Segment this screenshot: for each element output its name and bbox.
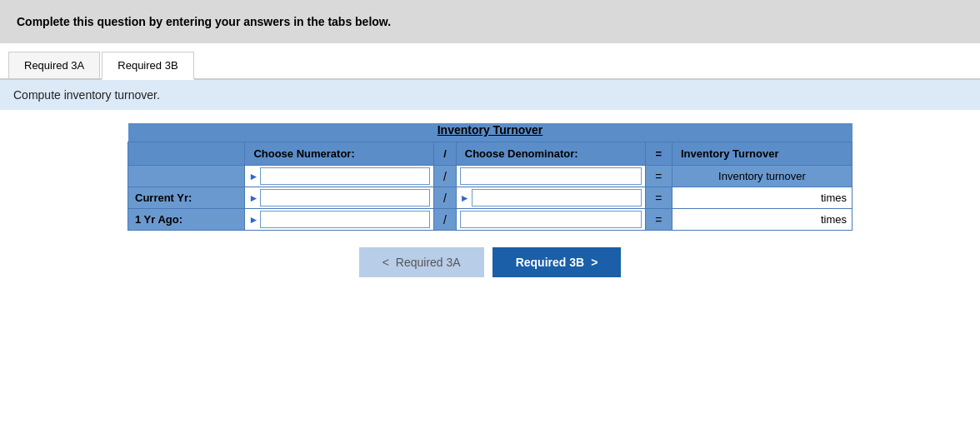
row-2-label: 1 Yr Ago: <box>128 209 245 231</box>
section-header: Compute inventory turnover. <box>0 80 980 110</box>
row-1-denominator-input[interactable] <box>472 189 642 207</box>
col-result-header: Inventory Turnover <box>672 142 852 166</box>
row-1-numerator-cell: ► <box>245 187 434 209</box>
next-button[interactable]: Required 3B > <box>492 247 622 277</box>
row-2-result: times <box>672 209 852 231</box>
row-2-numerator-cell: ► <box>245 209 434 231</box>
row-0-numerator-input[interactable] <box>260 167 430 185</box>
next-chevron-icon: > <box>591 256 598 269</box>
next-button-label: Required 3B <box>516 256 584 269</box>
row-2-equals: = <box>645 209 672 231</box>
row-0-numerator-cell: ► <box>245 166 434 187</box>
row-1-label: Current Yr: <box>128 187 245 209</box>
tabs-container: Required 3A Required 3B <box>0 43 980 80</box>
row-1-numerator-input[interactable] <box>260 189 430 207</box>
col-numerator-header: Choose Numerator: <box>245 142 434 166</box>
table-row: 1 Yr Ago: ► / = times <box>128 209 852 231</box>
row-0-denominator-cell <box>456 166 645 187</box>
row-2-denominator-input[interactable] <box>460 211 642 228</box>
row-2-denominator-cell <box>456 209 645 231</box>
inventory-turnover-table: Inventory Turnover Choose Numerator: / C… <box>128 123 852 231</box>
row-2-numerator-arrow: ► <box>248 214 258 226</box>
row-1-slash: / <box>434 187 457 209</box>
prev-button-label: Required 3A <box>396 256 461 269</box>
row-1-denominator-cell: ► <box>456 187 645 209</box>
instruction-bar: Complete this question by entering your … <box>0 0 980 43</box>
table-container: Inventory Turnover Choose Numerator: / C… <box>0 110 980 304</box>
row-1-equals: = <box>645 187 672 209</box>
col-equals-header: = <box>645 142 672 166</box>
row-0-result: Inventory turnover <box>672 166 852 187</box>
tab-required-3a[interactable]: Required 3A <box>8 52 100 78</box>
table-row: ► / = Inventory turnover <box>128 166 852 187</box>
table-title: Inventory Turnover <box>128 123 852 142</box>
row-2-numerator-input[interactable] <box>260 211 430 228</box>
prev-chevron-icon: < <box>382 256 389 269</box>
row-0-numerator-arrow: ► <box>248 171 258 182</box>
row-0-slash: / <box>434 166 457 187</box>
footer-buttons: < Required 3A Required 3B > <box>13 234 967 291</box>
col-denominator-header: Choose Denominator: <box>456 142 645 166</box>
row-2-slash: / <box>434 209 457 231</box>
table-row: Current Yr: ► / ► = times <box>128 187 852 209</box>
prev-button[interactable]: < Required 3A <box>359 247 484 277</box>
row-1-result: times <box>672 187 852 209</box>
col-slash-header: / <box>434 142 457 166</box>
row-1-denominator-arrow: ► <box>460 192 470 204</box>
row-0-denominator-input[interactable] <box>460 167 642 185</box>
row-0-label <box>128 166 245 187</box>
row-1-numerator-arrow: ► <box>248 192 258 204</box>
row-0-equals: = <box>645 166 672 187</box>
instruction-text: Complete this question by entering your … <box>17 15 391 28</box>
tab-required-3b[interactable]: Required 3B <box>102 52 193 80</box>
col-label-header <box>128 142 245 166</box>
